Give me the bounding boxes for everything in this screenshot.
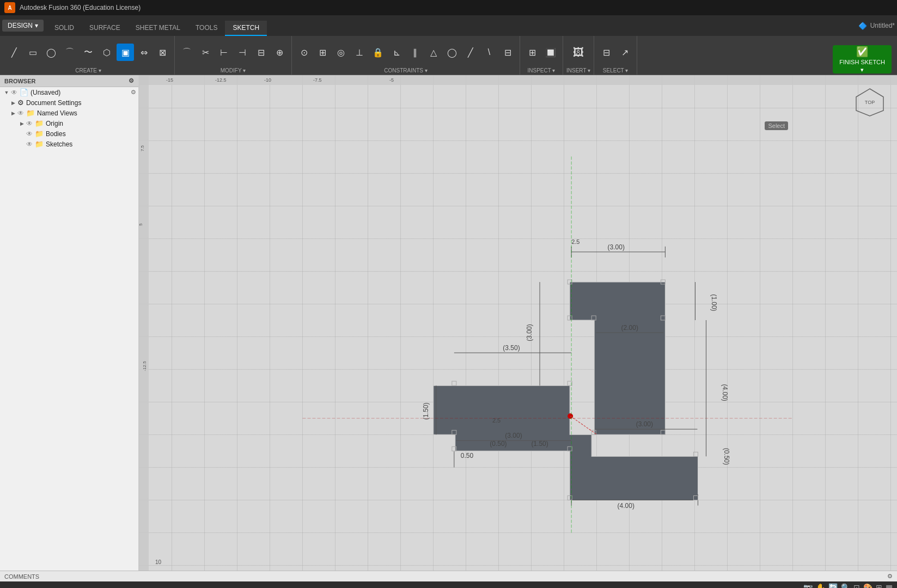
perpendicular-tool[interactable]: ⊾ bbox=[388, 44, 405, 61]
trim-tool[interactable]: ✂ bbox=[197, 44, 214, 61]
arrow-icon: ▶ bbox=[17, 121, 26, 126]
line-tool[interactable]: ╱ bbox=[5, 44, 23, 61]
browser-item-origin[interactable]: ▶ 👁 📁 Origin bbox=[0, 118, 138, 128]
sketch-drawing: (3.00) (1.00) (3.00) (2.00) (4.00) (3.50… bbox=[139, 75, 897, 571]
titlebar: A Autodesk Fusion 360 (Education License… bbox=[0, 0, 897, 15]
finish-sketch-button[interactable]: ✅ FINISH SKETCH ▾ bbox=[833, 45, 892, 74]
tab-sheet-metal[interactable]: SHEET METAL bbox=[128, 21, 188, 36]
zoom-icon[interactable]: 🔍 bbox=[841, 583, 850, 588]
ribbon-group-create: ╱ ▭ ◯ ⌒ 〜 ⬡ ▣ ⇔ ⊠ CREATE bbox=[2, 36, 175, 75]
midpoint-tool[interactable]: ⊥ bbox=[351, 44, 368, 61]
cursor-tool[interactable]: ↗ bbox=[616, 44, 633, 61]
document-name-area: 🔷 Untitled* bbox=[858, 22, 895, 30]
arrow-icon: ▼ bbox=[2, 90, 11, 95]
browser-item-unsaved[interactable]: ▼ 👁 📄 (Unsaved) ⚙ bbox=[0, 87, 138, 97]
constraints-label[interactable]: CONSTRAINTS bbox=[384, 68, 427, 74]
browser-options-icon[interactable]: ⚙ bbox=[129, 77, 134, 84]
create-tools: ╱ ▭ ◯ ⌒ 〜 ⬡ ▣ ⇔ ⊠ bbox=[5, 38, 171, 66]
fillet-tool[interactable]: ⌒ bbox=[178, 44, 196, 61]
tangent-tool[interactable]: △ bbox=[425, 44, 442, 61]
sketch-offset-tool[interactable]: ⊟ bbox=[252, 44, 270, 61]
design-button[interactable]: DESIGN ▾ bbox=[2, 20, 44, 32]
sketch-dimension-tool[interactable]: ▣ bbox=[117, 44, 134, 61]
visibility-icon[interactable]: 👁 bbox=[11, 89, 20, 96]
visibility-icon[interactable]: 👁 bbox=[26, 120, 35, 127]
concentric-tool[interactable]: ◎ bbox=[332, 44, 350, 61]
rect-tool[interactable]: ▭ bbox=[24, 44, 41, 61]
canvas-area[interactable]: -15 -12.5 -10 -7.5 -5 7.5 5 -12.5 (3.00) bbox=[139, 75, 897, 571]
modify-label[interactable]: MODIFY bbox=[221, 68, 246, 74]
main-area: BROWSER ⚙ ▼ 👁 📄 (Unsaved) ⚙ ▶ ⚙ Document… bbox=[0, 75, 897, 571]
dim-label: (4.00) bbox=[618, 502, 634, 510]
break-tool[interactable]: ⊣ bbox=[234, 44, 251, 61]
sketch-shape bbox=[434, 282, 698, 500]
insert-image-tool[interactable]: 🖼 bbox=[566, 40, 590, 64]
browser-header: BROWSER ⚙ bbox=[0, 75, 138, 87]
tab-surface[interactable]: SURFACE bbox=[82, 21, 128, 36]
constraint-marker bbox=[452, 381, 456, 385]
comments-expand-icon[interactable]: ⚙ bbox=[887, 573, 893, 580]
extend-tool[interactable]: ⊢ bbox=[215, 44, 233, 61]
tab-tools[interactable]: TOOLS bbox=[188, 21, 225, 36]
ruler-label-h: 10 bbox=[155, 559, 161, 565]
cursor-tooltip: Select bbox=[765, 121, 788, 130]
status-bar: 📷 ✋ 🔄 🔍 ⊡ 🎨 ⊞ ▦ bbox=[0, 581, 897, 588]
coincident-tool[interactable]: ⊙ bbox=[295, 44, 313, 61]
visibility-icon[interactable]: 👁 bbox=[17, 109, 26, 117]
ribbon-group-modify: ⌒ ✂ ⊢ ⊣ ⊟ ⊕ MODIFY bbox=[175, 36, 292, 75]
insert-label[interactable]: INSERT bbox=[566, 68, 590, 74]
finish-sketch-arrow: ▾ bbox=[861, 66, 864, 74]
collinear-tool[interactable]: ⊞ bbox=[314, 44, 331, 61]
mirror-tool[interactable]: ⇔ bbox=[135, 44, 152, 61]
arc-tool[interactable]: ⌒ bbox=[61, 44, 78, 61]
tab-sketch[interactable]: SKETCH bbox=[225, 21, 267, 36]
constraint-marker bbox=[693, 452, 698, 456]
visibility-icon[interactable]: 👁 bbox=[26, 130, 35, 138]
status-right-tools: 📷 ✋ 🔄 🔍 ⊡ 🎨 ⊞ ▦ bbox=[803, 583, 893, 588]
sym-tool[interactable]: ⊟ bbox=[499, 44, 516, 61]
parallel-tool[interactable]: ∥ bbox=[406, 44, 424, 61]
toolbar: DESIGN ▾ SOLID SURFACE SHEET METAL TOOLS… bbox=[0, 15, 897, 36]
tab-solid[interactable]: SOLID bbox=[47, 21, 82, 36]
svg-text:TOP: TOP bbox=[865, 100, 875, 105]
window-select-tool[interactable]: ⊟ bbox=[597, 44, 615, 61]
project-tool[interactable]: ⊠ bbox=[154, 44, 171, 61]
vertical-tool[interactable]: \ bbox=[480, 44, 498, 61]
navigation-cube[interactable]: TOP bbox=[853, 86, 886, 119]
display-icon[interactable]: ⊞ bbox=[876, 583, 882, 588]
fix-tool[interactable]: 🔒 bbox=[369, 44, 387, 61]
orbit-icon[interactable]: 🔄 bbox=[828, 583, 838, 588]
small-dim: 2.5 bbox=[571, 238, 579, 245]
arrow-icon: ▶ bbox=[9, 100, 17, 106]
browser-item-document-settings[interactable]: ▶ ⚙ Document Settings bbox=[0, 97, 138, 108]
ribbon-group-constraints: ⊙ ⊞ ◎ ⊥ 🔒 ⊾ ∥ △ ◯ ╱ \ ⊟ CONSTRAINTS bbox=[292, 36, 520, 75]
browser-item-sketches[interactable]: 👁 📁 Sketches bbox=[0, 139, 138, 149]
equal-tool[interactable]: ◯ bbox=[443, 44, 461, 61]
camera-icon[interactable]: 📷 bbox=[803, 583, 813, 588]
polygon-tool[interactable]: ⬡ bbox=[98, 44, 115, 61]
horizontal-tool[interactable]: ╱ bbox=[462, 44, 479, 61]
app-icon: A bbox=[4, 2, 15, 13]
pan-icon[interactable]: ✋ bbox=[816, 583, 825, 588]
measure-tool[interactable]: ⊞ bbox=[523, 44, 541, 61]
browser-item-named-views[interactable]: ▶ 👁 📁 Named Views bbox=[0, 108, 138, 118]
appearance-icon[interactable]: 🎨 bbox=[863, 583, 872, 588]
create-label[interactable]: CREATE bbox=[75, 68, 101, 74]
settings-icon[interactable]: ⚙ bbox=[131, 89, 136, 96]
unsaved-label: (Unsaved) bbox=[30, 89, 131, 96]
select-tools: ⊟ ↗ bbox=[597, 38, 633, 66]
visibility-icon[interactable]: 👁 bbox=[26, 140, 35, 148]
grid-icon[interactable]: ▦ bbox=[886, 583, 893, 588]
interference-tool[interactable]: 🔲 bbox=[542, 44, 559, 61]
circle-tool[interactable]: ◯ bbox=[42, 44, 60, 61]
spline-tool[interactable]: 〜 bbox=[80, 44, 97, 61]
select-label[interactable]: SELECT bbox=[603, 68, 628, 74]
inspect-label[interactable]: INSPECT bbox=[528, 68, 556, 74]
move-copy-tool[interactable]: ⊕ bbox=[271, 44, 288, 61]
dim-label: (1.50) bbox=[422, 403, 430, 420]
ribbon: ╱ ▭ ◯ ⌒ 〜 ⬡ ▣ ⇔ ⊠ CREATE ⌒ ✂ ⊢ ⊣ ⊟ ⊕ MOD… bbox=[0, 36, 897, 75]
sketches-label: Sketches bbox=[46, 140, 136, 148]
ribbon-group-finish: ✅ FINISH SKETCH ▾ bbox=[829, 36, 895, 75]
fit-icon[interactable]: ⊡ bbox=[853, 583, 860, 588]
browser-item-bodies[interactable]: 👁 📁 Bodies bbox=[0, 128, 138, 139]
